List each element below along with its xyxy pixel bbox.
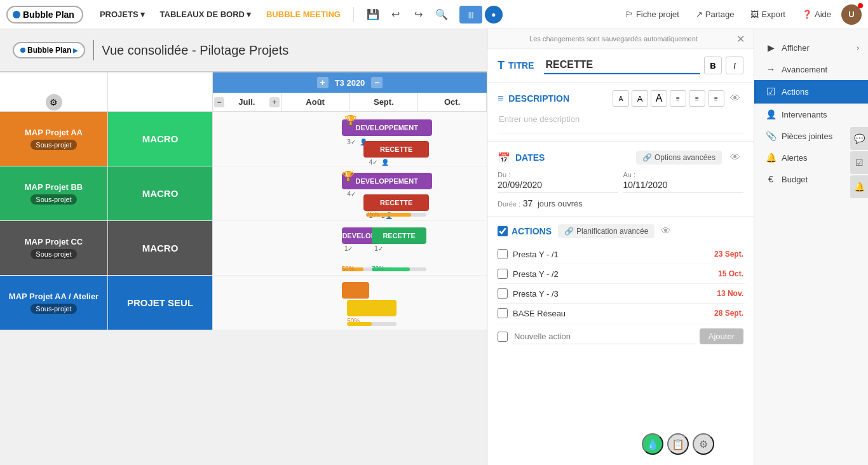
timeline-settings-col: ⚙: [0, 93, 108, 111]
date-start-field: Du : 20/09/2020: [498, 171, 618, 193]
profile-dot[interactable]: ●: [485, 6, 503, 24]
row-macro-atelier: PROJET SEUL: [108, 276, 213, 330]
topnav: Bubble Plan PROJETS ▾ TABLEAUX DE BORD ▾…: [0, 0, 868, 29]
quarter-minus-btn[interactable]: −: [371, 77, 383, 88]
partage-btn[interactable]: ↗ Partage: [689, 7, 741, 22]
panel-close-btn[interactable]: ✕: [733, 32, 747, 46]
gbar-orange-atelier[interactable]: 3 Sept.: [342, 282, 369, 299]
user-avatar[interactable]: U: [841, 4, 862, 25]
search-btn[interactable]: 🔍: [433, 6, 451, 24]
desc-icon: ≡: [498, 93, 503, 104]
settings-gear-btn[interactable]: ⚙: [46, 94, 62, 111]
tq-quarter-bar: + T3 2020 −: [213, 72, 487, 93]
nav-tableaux[interactable]: TABLEAUX DE BORD ▾: [155, 7, 256, 22]
row-gantt-aa[interactable]: 4 Sept. DEVELOPPEMENT 26 Oct. 3✓👤 🏆 20 S…: [213, 112, 487, 166]
water-drop-btn[interactable]: 💧: [642, 433, 663, 455]
gbar-recette-bb[interactable]: 20 Sept. RECETTE 10 N: [363, 194, 429, 211]
font-large-btn[interactable]: A: [651, 90, 667, 107]
action-item-1: Presta Y - /1 23 Sept.: [498, 245, 743, 264]
gantt-area: Bubble Plan ▸ Vue consolidée - Pilotage …: [0, 29, 487, 465]
row-label-aa: MAP Projet AA Sous-projet: [0, 112, 108, 166]
rf-check-btn[interactable]: ☑: [850, 151, 868, 174]
sidebar-item-afficher[interactable]: ▶ Afficher ›: [754, 37, 868, 58]
new-action-input[interactable]: [513, 329, 695, 344]
align-right-btn[interactable]: ≡: [708, 90, 724, 107]
options-avancees-btn[interactable]: 🔗 Options avancées: [636, 151, 722, 165]
fiche-projet-btn[interactable]: 🏳 Fiche projet: [619, 7, 686, 22]
title-icon: T: [498, 59, 505, 72]
view-toggle-btn[interactable]: |||: [459, 6, 482, 24]
date-end-field: Au : 10/11/2020: [623, 171, 744, 193]
timeline-month-aug: Août: [281, 93, 350, 111]
jul-minus-btn[interactable]: −: [214, 97, 224, 107]
action-cb-4[interactable]: [498, 308, 508, 318]
sidebar-item-avancement[interactable]: → Avancement: [754, 58, 868, 80]
notification-bell[interactable]: U: [841, 4, 862, 25]
date-end-value[interactable]: 10/11/2020: [623, 180, 744, 193]
row-gantt-bb[interactable]: 4 Sept. DEVELOPPEMENT 26 Oct. 4✓ 🏆 20 Se…: [213, 166, 487, 220]
logo[interactable]: Bubble Plan: [6, 6, 83, 24]
tq-spacer: [0, 72, 108, 93]
new-action-cb[interactable]: [498, 332, 508, 342]
panel-main: Les changements sont sauvegardés automat…: [487, 29, 754, 465]
italic-btn[interactable]: I: [726, 57, 743, 74]
export-btn[interactable]: 🖼 Export: [744, 7, 792, 22]
planification-btn[interactable]: 🔗 Planification avancée: [558, 224, 654, 238]
font-small-btn[interactable]: A: [613, 90, 629, 107]
add-action-btn[interactable]: Ajouter: [700, 328, 743, 344]
bold-btn[interactable]: B: [704, 57, 722, 74]
settings-btn[interactable]: ⚙: [693, 433, 714, 455]
redo-btn[interactable]: ↪: [410, 6, 428, 24]
gbar-recette-aa[interactable]: 20 Sept. RECETTE 10 N: [363, 141, 429, 158]
actions-eye-btn[interactable]: 👁: [661, 226, 671, 237]
action-cb-1[interactable]: [498, 249, 508, 259]
timeline-month-sep: Sept.: [350, 93, 419, 111]
timeline-month-jul: − Juil. +: [213, 93, 281, 111]
nav-meeting[interactable]: BUBBLE MEETING: [261, 7, 346, 22]
desc-eye-btn[interactable]: 👁: [727, 90, 743, 107]
desc-placeholder[interactable]: Entrer une description: [498, 111, 743, 128]
action-cb-2[interactable]: [498, 269, 508, 279]
date-start-value[interactable]: 20/09/2020: [498, 180, 618, 193]
gbar-yellow-atelier[interactable]: [347, 300, 397, 316]
title-input[interactable]: [544, 57, 700, 74]
row-gantt-cc[interactable]: 4 Sept. DEVELOPPE 28 Sept. 1✓ 50% 7 Oct.…: [213, 221, 487, 275]
undo-btn[interactable]: ↩: [387, 6, 405, 24]
panel-dates-section: 📅 DATES 🔗 Options avancées 👁 Du : 20/09/…: [487, 142, 754, 217]
action-name-2: Presta Y - /2: [513, 269, 713, 279]
action-cb-3[interactable]: [498, 288, 508, 299]
gbar-dev-bb[interactable]: 4 Sept. DEVELOPPEMENT 26 Oct.: [342, 173, 432, 189]
actions-toggle-checkbox[interactable]: [498, 226, 508, 236]
rf-bell-btn[interactable]: 🔔: [850, 175, 868, 198]
font-med-btn[interactable]: A: [632, 90, 648, 107]
jul-plus-btn[interactable]: +: [269, 97, 280, 107]
aide-btn[interactable]: ❓ Aide: [796, 7, 837, 22]
sidebar-item-intervenants[interactable]: 👤 Intervenants: [754, 104, 868, 125]
align-left-btn[interactable]: ≡: [670, 90, 686, 107]
action-item-3: Presta Y - /3 13 Nov.: [498, 284, 743, 304]
quarter-plus-btn[interactable]: +: [317, 77, 329, 88]
right-float-btns: 💬 ☑ 🔔: [850, 127, 868, 198]
dates-header: 📅 DATES 🔗 Options avancées 👁: [498, 149, 743, 166]
rf-chat-btn[interactable]: 💬: [850, 127, 868, 150]
logo-text: Bubble Plan: [23, 10, 74, 20]
table-row: MAP Projet BB Sous-projet MACRO 4 Sept. …: [0, 166, 487, 221]
table-row: MAP Projet AA Sous-projet MACRO 4 Sept. …: [0, 112, 487, 166]
help-icon: ❓: [802, 10, 812, 19]
share-icon: ↗: [696, 10, 703, 19]
clipboard-btn[interactable]: 📋: [667, 433, 689, 455]
gbar-recette-cc[interactable]: 7 Oct. RECETTE 6 Nov: [372, 227, 426, 244]
trophy-aa: 🏆: [344, 114, 357, 126]
align-center-btn[interactable]: ≡: [689, 90, 705, 107]
quarter-label: T3 2020: [335, 78, 365, 88]
panel-actions-section: ACTIONS 🔗 Planification avancée 👁 Presta…: [487, 217, 754, 352]
nav-projets[interactable]: PROJETS ▾: [95, 7, 150, 22]
sidebar-item-actions[interactable]: ☑ Actions: [754, 80, 868, 104]
row-gantt-atelier[interactable]: 3 Sept. 50%: [213, 276, 487, 330]
panel-sidebar: ▶ Afficher › → Avancement ☑ Actions 👤 In…: [754, 29, 868, 465]
action-item-4: BASE Réseau 28 Sept.: [498, 304, 743, 323]
afficher-arrow: ›: [857, 44, 859, 51]
dates-label: DATES: [515, 152, 545, 163]
dates-eye-btn[interactable]: 👁: [727, 149, 743, 166]
save-icon-btn[interactable]: 💾: [364, 6, 382, 24]
